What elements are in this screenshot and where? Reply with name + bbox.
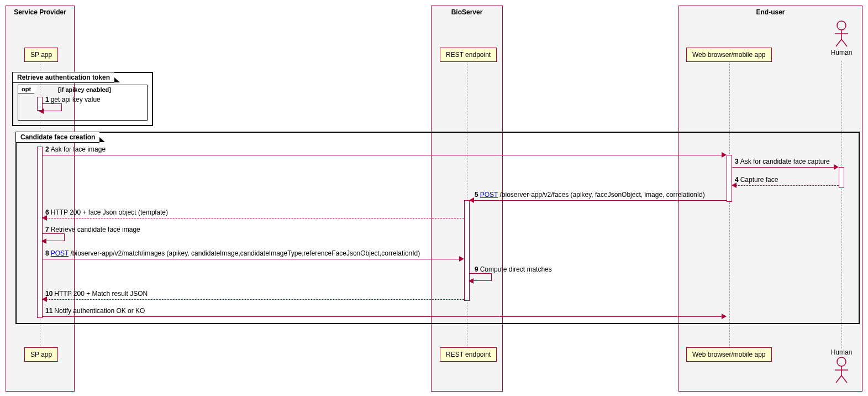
msg-4: 4Capture face: [735, 176, 778, 184]
participant-sp-title: Service Provider: [6, 6, 74, 18]
opt-guard: [if apikey enabled]: [58, 86, 111, 93]
post-link-1[interactable]: POST: [480, 191, 498, 199]
svg-line-9: [841, 376, 847, 383]
activation-human: [839, 167, 844, 188]
msg-8-line: [43, 259, 463, 259]
msg-11-line: [43, 316, 725, 317]
svg-line-8: [836, 376, 841, 383]
msg-11-head: [722, 314, 727, 319]
group-auth-label: Retrieve authentication token: [12, 72, 114, 83]
msg-11: 11Notify authentication OK or KO: [45, 307, 145, 315]
actor-label-bottom: Human: [830, 348, 853, 356]
msg-5: 5POST /bioserver-app/v2/faces (apikey, f…: [475, 191, 705, 199]
msg-2-head: [722, 152, 727, 158]
actor-human-top: Human: [830, 20, 853, 56]
msg-8-head: [459, 256, 464, 262]
sp-app-box-bottom: SP app: [24, 347, 58, 362]
svg-line-4: [841, 39, 847, 46]
msg-3: 3Ask for candidate face capture: [735, 158, 830, 165]
msg-6-head: [42, 215, 47, 221]
msg-7: 7Retrieve candidate face image: [45, 226, 140, 233]
participant-eu-title: End-user: [679, 6, 862, 18]
actor-label-top: Human: [830, 49, 853, 56]
actor-human-bottom: Human: [830, 347, 853, 384]
msg-9: 9Compute direct matches: [475, 265, 552, 273]
group-candidate-label: Candidate face creation: [15, 132, 99, 143]
msg-4-line: [733, 185, 839, 186]
post-link-2[interactable]: POST: [51, 249, 69, 257]
webapp-box-bottom: Web browser/mobile app: [686, 347, 772, 362]
msg-8: 8POST /bioserver-app/v2/match/images (ap…: [45, 249, 420, 257]
webapp-box-top: Web browser/mobile app: [686, 48, 772, 62]
msg-10-head: [42, 296, 47, 302]
msg-2: 2Ask for face image: [45, 145, 106, 153]
msg-6-line: [43, 218, 464, 218]
msg-5-head: [469, 197, 474, 203]
opt-label: opt: [18, 85, 34, 93]
activation-sp-1: [37, 97, 43, 111]
msg-9-head: [469, 278, 474, 284]
msg-2-line: [43, 155, 725, 155]
msg-3-head: [834, 164, 839, 170]
sp-app-box-top: SP app: [24, 48, 58, 62]
actor-icon: [830, 20, 853, 48]
actor-icon-bottom: [830, 356, 853, 384]
rest-box-bottom: REST endpoint: [440, 347, 497, 362]
msg-10-line: [43, 299, 464, 300]
sequence-diagram: Service Provider BioServer End-user SP a…: [6, 6, 862, 393]
msg-6: 6HTTP 200 + face Json object (template): [45, 209, 168, 216]
msg-7-head: [41, 238, 46, 244]
msg-4-head: [732, 183, 737, 188]
activation-eu-app: [727, 155, 732, 202]
msg-1: 1get api key value: [45, 96, 101, 103]
msg-5-line: [470, 200, 727, 201]
activation-bio: [464, 200, 470, 301]
msg-10: 10HTTP 200 + Match result JSON: [45, 290, 148, 298]
rest-box-top: REST endpoint: [440, 48, 497, 62]
participant-bio-title: BioServer: [432, 6, 502, 18]
activation-sp-2: [37, 147, 43, 318]
msg-3-line: [732, 167, 838, 168]
svg-point-0: [837, 21, 846, 30]
svg-line-3: [836, 39, 841, 46]
svg-point-5: [837, 357, 846, 366]
